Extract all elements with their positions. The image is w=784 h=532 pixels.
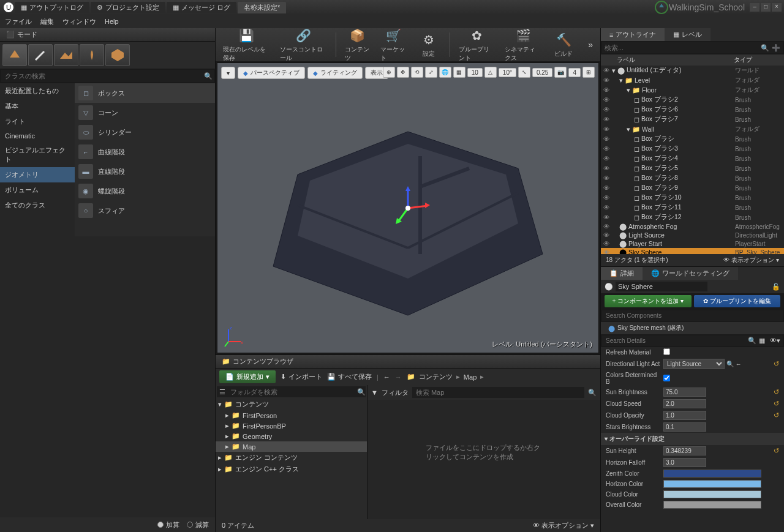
outliner-row[interactable]: 👁▾ 📁 Levelフォルダ [601,75,784,85]
coord-world-icon[interactable]: 🌐 [439,67,451,78]
color-swatch[interactable] [663,480,761,488]
shape-item[interactable]: ◉螺旋階段 [75,181,215,201]
outliner-row[interactable]: 👁◻ Box ブラシ12Brush [601,212,784,222]
visibility-icon[interactable]: 👁 [601,249,612,254]
visibility-icon[interactable]: 👁 [601,223,612,230]
col-label[interactable]: ラベル [614,56,734,64]
component-search[interactable] [602,310,783,321]
visibility-icon[interactable]: 👁 [601,116,612,123]
minimize-button[interactable]: – [750,3,760,12]
property-category[interactable]: ▾ オーバーライド設定 [601,433,784,445]
toolbar-button[interactable]: ✿ブループリント [455,26,499,64]
viewport-perspective[interactable]: ◆パースペクティブ [238,67,305,79]
add-folder-icon[interactable]: ➕ [769,44,783,52]
outliner-row[interactable]: 👁⬤ Sky SphereBP_Sky_Sphere [601,248,784,254]
cb-search-input[interactable] [412,387,584,398]
toolbar-button[interactable]: ⚙設定 [413,30,445,59]
use-icon[interactable]: ← [736,361,742,367]
reset-icon[interactable]: ↺ [774,400,779,408]
reset-icon[interactable]: ↺ [774,447,779,455]
sub-mode-radio[interactable]: 減算 [187,520,209,530]
snap-rotate[interactable]: 10° [499,68,516,77]
cb-tree-search[interactable]: ☰ 🔍 [217,386,366,397]
outliner-row[interactable]: 👁◻ Box ブラシ9Brush [601,183,784,193]
component-search-input[interactable] [602,310,783,321]
category-item[interactable]: ボリューム [0,182,75,198]
prop-number-input[interactable] [663,399,706,408]
visibility-icon[interactable]: 👁 [601,204,612,211]
visibility-icon[interactable]: 👁 [601,86,612,94]
category-item[interactable]: 全てのクラス [0,198,75,213]
menu-help[interactable]: Help [105,18,119,25]
visibility-icon[interactable]: 👁 [601,106,612,113]
shape-item[interactable]: ▽コーン [75,103,215,122]
crumb-map[interactable]: Map [464,373,477,381]
outliner-row[interactable]: 👁▾ ⬤ Untitled (エディタ)ワールド [601,66,784,75]
tree-item[interactable]: ▾ 📁 コンテンツ [216,399,367,410]
tree-item[interactable]: ▸ 📁 FirstPerson [216,410,367,421]
category-item[interactable]: Cinematic [0,129,75,143]
modes-tab[interactable]: ⬛モード [0,28,215,42]
tab-world-settings[interactable]: 🌐ワールドセッティング [643,267,738,280]
shape-item[interactable]: ⌐曲線階段 [75,142,215,162]
visibility-icon[interactable]: 👁 [601,155,612,162]
add-new-button[interactable]: 📄新規追加▾ [219,370,276,383]
shape-item[interactable]: ○スフィア [75,201,215,220]
edit-blueprint-button[interactable]: ✿ ブループリントを編集 [694,295,781,307]
tree-item[interactable]: ▸ 📁 エンジン コンテンツ [216,452,367,463]
outliner-row[interactable]: 👁◻ Box ブラシ3Brush [601,144,784,154]
outliner-row[interactable]: 👁◻ Box ブラシ11Brush [601,203,784,212]
matrix-icon[interactable]: ▦ [756,337,767,345]
tree-item[interactable]: ▸ 📁 Geometry [216,431,367,441]
details-search-input[interactable] [602,335,748,346]
outliner-row[interactable]: 👁◻ Box ブラシ4Brush [601,154,784,163]
prop-select[interactable]: Light Source [663,359,725,369]
outliner-row[interactable]: 👁◻ Box ブラシ10Brush [601,193,784,203]
viewport[interactable]: ▾ ◆パースペクティブ ◆ライティング 表示 ⊕ ✥ ⟲ ⤢ 🌐 ▦ 10 △ … [217,62,599,353]
snap-grid-icon[interactable]: ▦ [453,67,466,78]
import-button[interactable]: ⬇インポート [281,372,322,381]
viewport-lighting[interactable]: ◆ライティング [307,67,363,79]
view-options[interactable]: 👁 表示オプション ▾ [723,256,779,264]
eye-icon[interactable]: 👁▾ [767,337,783,345]
outliner-row[interactable]: 👁▾ 📁 Wallフォルダ [601,124,784,134]
category-item[interactable]: 基本 [0,99,75,114]
filter-icon[interactable]: ▼ [371,389,378,396]
outliner-row[interactable]: 👁◻ Box ブラシ7Brush [601,114,784,124]
reset-icon[interactable]: ↺ [774,411,779,419]
outliner-row[interactable]: 👁◻ Box ブラシ6Brush [601,105,784,114]
outliner-row[interactable]: 👁⬤ Atmospheric FogAtmosphericFog [601,222,784,231]
reset-icon[interactable]: ↺ [774,388,779,396]
col-type[interactable]: タイプ [734,56,783,64]
toolbar-button[interactable]: 📦コンテンツ [341,26,375,64]
tab-message-log[interactable]: ▦メッセージ ログ [167,2,236,13]
maximize-button[interactable]: □ [761,3,771,12]
transform-move-icon[interactable]: ✥ [397,67,409,78]
visibility-icon[interactable]: 👁 [601,174,612,182]
visibility-icon[interactable]: 👁 [601,126,612,133]
add-mode-radio[interactable]: 加算 [157,520,179,530]
shape-item[interactable]: ▬直線階段 [75,162,215,181]
snap-angle-icon[interactable]: △ [484,67,497,78]
cb-view[interactable]: ▼フィルタ 🔍 ファイルをここにドロップするか右クリックしてコンテンツを作成 [368,385,600,519]
content-browser-tab[interactable]: 📁コンテンツブラウザ [216,355,600,369]
menu-edit[interactable]: 編集 [40,17,54,26]
actor-name-input[interactable] [616,282,707,291]
camera-speed[interactable]: 4 [568,68,581,77]
menu-window[interactable]: ウィンドウ [62,17,96,26]
category-item[interactable]: ジオメトリ [0,167,75,182]
shape-item[interactable]: ◻ボックス [75,83,215,103]
outliner-row[interactable]: 👁◻ Box ブラシ8Brush [601,173,784,183]
color-swatch[interactable] [663,501,761,509]
mode-place[interactable] [2,44,27,66]
shape-item[interactable]: ⬭シリンダー [75,122,215,142]
browse-icon[interactable]: 🔍 [726,361,734,367]
visibility-icon[interactable]: 👁 [601,194,612,201]
toolbar-button[interactable]: 🔗ソースコントロール [276,26,331,64]
outliner-search-input[interactable] [602,42,761,53]
outliner-row[interactable]: 👁▾ 📁 Floorフォルダ [601,85,784,95]
tree-item[interactable]: ▸ 📁 エンジン C++ クラス [216,463,367,475]
mode-foliage[interactable] [80,44,104,66]
tree-item[interactable]: ▸ 📁 Map [216,441,367,452]
prop-number-input[interactable] [663,422,706,432]
